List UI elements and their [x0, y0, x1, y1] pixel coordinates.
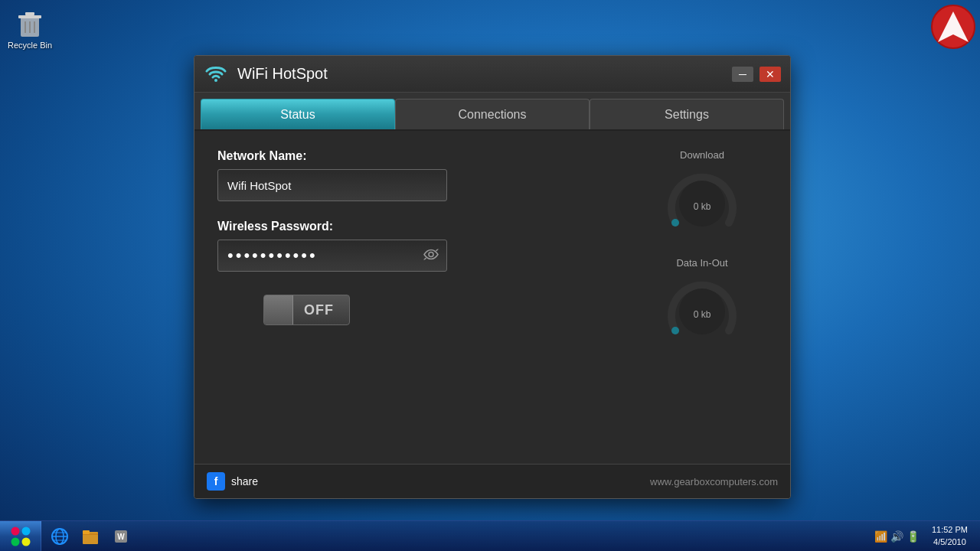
password-wrapper [217, 240, 447, 272]
data-inout-gauge: Data In-Out 0 kb [664, 257, 740, 350]
svg-rect-1 [18, 15, 41, 18]
form-section: Network Name: Wireless Password: [217, 149, 614, 445]
svg-point-15 [21, 527, 30, 535]
window-controls: ─ ✕ [732, 67, 781, 82]
content-area: Network Name: Wireless Password: [194, 131, 790, 464]
tab-bar: Status Connections Settings [194, 93, 790, 131]
download-label: Download [680, 149, 724, 161]
toggle-knob [264, 295, 293, 324]
svg-text:0 kb: 0 kb [694, 309, 711, 320]
taskbar-ie-icon[interactable] [44, 522, 75, 551]
close-button[interactable]: ✕ [760, 67, 781, 82]
svg-text:0 kb: 0 kb [694, 201, 711, 212]
network-name-input[interactable] [217, 169, 447, 201]
gauges-section: Download 0 kb Data In-Out [637, 149, 767, 445]
svg-point-9 [429, 253, 433, 257]
title-bar: WiFi HotSpot ─ ✕ [194, 56, 790, 93]
footer: f share www.gearboxcomputers.com [194, 464, 790, 498]
svg-point-16 [11, 537, 19, 546]
website-url: www.gearboxcomputers.com [650, 476, 778, 487]
svg-rect-2 [25, 12, 34, 15]
svg-text:W: W [117, 533, 125, 541]
network-name-label: Network Name: [217, 149, 614, 163]
tab-settings[interactable]: Settings [590, 99, 784, 129]
facebook-share-button[interactable]: f share [207, 472, 258, 491]
password-input[interactable] [217, 240, 447, 272]
recycle-bin[interactable]: Recycle Bin [8, 8, 52, 50]
toggle-state-label: OFF [293, 302, 349, 318]
system-tray: 📶 🔊 🔋 [871, 530, 923, 543]
svg-point-17 [21, 537, 30, 546]
recycle-bin-label: Recycle Bin [8, 41, 52, 50]
download-gauge-svg: 0 kb [664, 165, 740, 242]
clock[interactable]: 11:52 PM 4/5/2010 [926, 524, 974, 548]
app-window: WiFi HotSpot ─ ✕ Status Connections Sett… [194, 55, 791, 499]
taskbar-pinned-apps: W [41, 521, 139, 552]
tab-connections[interactable]: Connections [395, 99, 590, 129]
data-inout-label: Data In-Out [676, 257, 727, 269]
app-logo [930, 4, 976, 50]
taskbar-right: 📶 🔊 🔋 11:52 PM 4/5/2010 [871, 521, 980, 552]
facebook-icon: f [207, 472, 225, 491]
data-inout-gauge-svg: 0 kb [664, 273, 740, 350]
app-title: WiFi HotSpot [237, 65, 732, 83]
wifi-icon [204, 60, 228, 88]
password-label: Wireless Password: [217, 220, 614, 233]
desktop: Recycle Bin WiFi HotSpot ─ ✕ [0, 0, 980, 551]
password-group: Wireless Password: [217, 220, 614, 272]
svg-rect-24 [83, 530, 90, 534]
share-label: share [231, 475, 258, 487]
network-name-group: Network Name: [217, 149, 614, 201]
start-button[interactable] [0, 521, 41, 552]
clock-date: 4/5/2010 [932, 536, 968, 548]
taskbar-explorer-icon[interactable] [75, 522, 106, 551]
clock-time: 11:52 PM [932, 524, 968, 536]
hotspot-toggle-button[interactable]: OFF [263, 295, 350, 325]
taskbar: W 📶 🔊 🔋 11:52 PM 4/5/2010 [0, 520, 980, 551]
show-password-button[interactable] [421, 246, 441, 266]
battery-icon: 🔋 [906, 530, 920, 543]
taskbar-app3-icon[interactable]: W [106, 522, 136, 551]
toggle-section: OFF [217, 295, 614, 325]
svg-point-14 [11, 527, 19, 535]
tab-status[interactable]: Status [201, 99, 395, 129]
minimize-button[interactable]: ─ [732, 67, 753, 82]
volume-icon: 🔊 [890, 530, 903, 543]
network-icon: 📶 [874, 530, 887, 543]
download-gauge: Download 0 kb [664, 149, 740, 242]
svg-point-8 [214, 79, 217, 82]
